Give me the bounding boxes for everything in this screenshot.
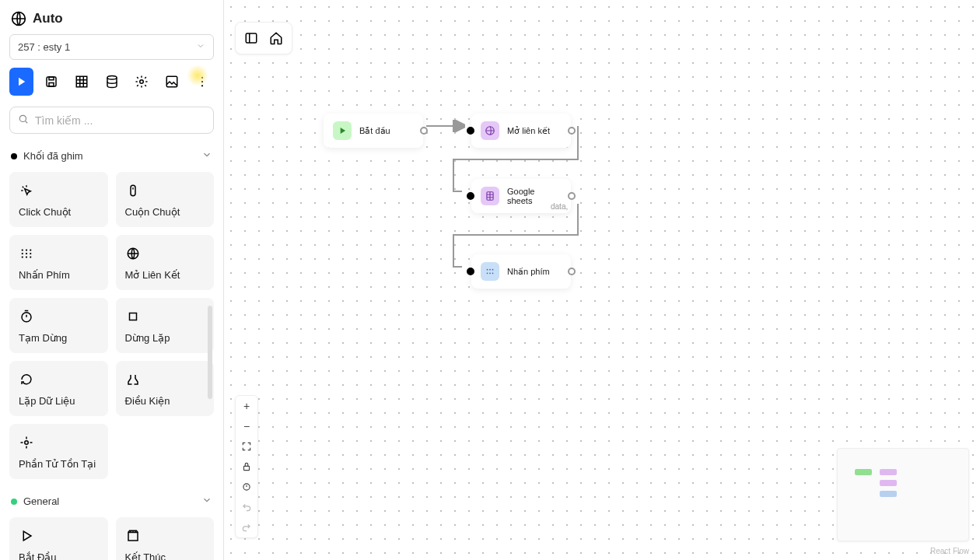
sidebar: Auto 257 : esty 1	[0, 0, 224, 560]
output-port[interactable]	[420, 127, 428, 135]
block-label: Cuộn Chuột	[125, 206, 205, 218]
minimap[interactable]	[837, 448, 969, 541]
reset-button[interactable]	[236, 477, 257, 497]
svg-rect-36	[244, 466, 250, 470]
svg-point-17	[26, 253, 27, 254]
chevron-down-icon	[196, 41, 205, 53]
node-start[interactable]: Bắt đầu	[324, 114, 423, 148]
play-icon	[333, 121, 352, 140]
block-lap-du-lieu[interactable]: Lặp Dữ Liệu	[9, 361, 108, 416]
group-general[interactable]: General	[9, 492, 214, 511]
timer-icon	[19, 309, 34, 324]
svg-point-31	[489, 269, 491, 271]
input-port[interactable]	[467, 268, 474, 275]
output-port[interactable]	[568, 127, 576, 135]
svg-point-10	[201, 85, 203, 86]
input-port[interactable]	[467, 192, 474, 200]
home-button[interactable]	[265, 27, 287, 49]
click-icon	[19, 183, 34, 198]
svg-point-19	[22, 256, 23, 257]
dot-icon	[11, 153, 17, 159]
condition-icon	[125, 372, 141, 387]
block-label: Dừng Lặp	[125, 332, 205, 344]
search-input[interactable]	[35, 114, 205, 127]
lock-button[interactable]	[236, 457, 257, 477]
svg-point-34	[489, 272, 491, 274]
block-nhan-phim[interactable]: Nhấn Phím	[9, 235, 108, 290]
stop-icon	[125, 309, 141, 324]
svg-rect-7	[166, 76, 177, 87]
node-label: Bắt đầu	[359, 126, 390, 136]
fit-view-button[interactable]	[236, 436, 257, 457]
output-port[interactable]	[568, 192, 576, 200]
svg-point-25	[25, 441, 29, 445]
dot-icon	[11, 499, 17, 505]
block-phan-tu-ton-tai[interactable]: Phần Tử Tồn Tại	[9, 424, 108, 479]
node-keypress[interactable]: Nhấn phím	[471, 254, 571, 289]
search-box[interactable]	[9, 107, 214, 134]
svg-rect-26	[128, 533, 138, 541]
zoom-controls: + −	[235, 395, 258, 538]
zoom-in-button[interactable]: +	[236, 396, 257, 416]
minimap-node	[855, 469, 872, 475]
keyboard-icon	[19, 246, 34, 261]
block-bat-dau[interactable]: Bắt Đầu	[9, 517, 108, 560]
block-label: Mở Liên Kết	[125, 269, 205, 281]
globe-icon	[11, 11, 26, 26]
block-mo-lien-ket[interactable]: Mở Liên Kết	[116, 235, 215, 290]
undo-button[interactable]	[236, 497, 257, 517]
save-button[interactable]	[40, 68, 64, 96]
block-label: Bắt Đầu	[19, 551, 99, 560]
svg-point-11	[19, 115, 26, 121]
chevron-down-icon	[201, 495, 212, 508]
svg-rect-24	[129, 313, 136, 320]
redo-button[interactable]	[236, 517, 257, 537]
image-button[interactable]	[160, 68, 184, 96]
minimap-node	[880, 469, 897, 475]
node-label: Nhấn phím	[507, 267, 550, 277]
database-button[interactable]	[100, 68, 124, 96]
node-open-link[interactable]: Mở liên kết	[471, 114, 571, 148]
scroll-icon	[125, 183, 141, 198]
svg-point-5	[107, 76, 117, 80]
group-pinned[interactable]: Khối đã ghim	[9, 146, 214, 166]
minimap-node	[880, 491, 897, 497]
svg-rect-1	[47, 77, 56, 86]
minimap-node	[880, 480, 897, 486]
pinned-blocks-grid: Click Chuột Cuộn Chuột Nhấn Phím Mở Liên…	[9, 172, 214, 479]
svg-point-6	[140, 80, 144, 84]
block-dieu-kien[interactable]: Điều Kiện	[116, 361, 215, 416]
svg-point-13	[22, 249, 23, 250]
block-dung-lap[interactable]: Dừng Lặp	[116, 298, 215, 353]
block-click-chuot[interactable]: Click Chuột	[9, 172, 108, 227]
run-button[interactable]	[9, 68, 33, 96]
sheets-icon	[481, 187, 499, 205]
scrollbar-thumb[interactable]	[208, 306, 212, 399]
svg-point-14	[26, 249, 27, 250]
group-general-label: General	[23, 495, 59, 507]
svg-point-15	[30, 249, 31, 250]
input-port[interactable]	[467, 127, 474, 135]
end-icon	[125, 528, 141, 544]
svg-point-33	[487, 272, 488, 274]
block-ket-thuc[interactable]: Kết Thúc	[116, 517, 215, 560]
settings-button[interactable]	[130, 68, 154, 96]
svg-point-16	[22, 253, 23, 254]
globe-icon	[481, 121, 499, 140]
toggle-sidebar-button[interactable]	[240, 27, 262, 49]
loop-icon	[19, 372, 34, 387]
flow-canvas[interactable]: Bắt đầu Mở liên kết Google sheets data, …	[224, 0, 980, 560]
block-label: Phần Tử Tồn Tại	[19, 458, 99, 470]
block-label: Lặp Dữ Liệu	[19, 395, 99, 407]
svg-point-20	[26, 256, 27, 257]
output-port[interactable]	[568, 268, 576, 275]
zoom-out-button[interactable]: −	[236, 416, 257, 436]
more-button[interactable]	[190, 68, 214, 96]
project-select[interactable]: 257 : esty 1	[9, 34, 214, 60]
block-tam-dung[interactable]: Tạm Dừng	[9, 298, 108, 353]
block-cuon-chuot[interactable]: Cuộn Chuột	[116, 172, 215, 227]
svg-point-21	[30, 256, 31, 257]
target-icon	[19, 435, 34, 450]
table-button[interactable]	[69, 68, 93, 96]
block-label: Click Chuột	[19, 206, 99, 218]
